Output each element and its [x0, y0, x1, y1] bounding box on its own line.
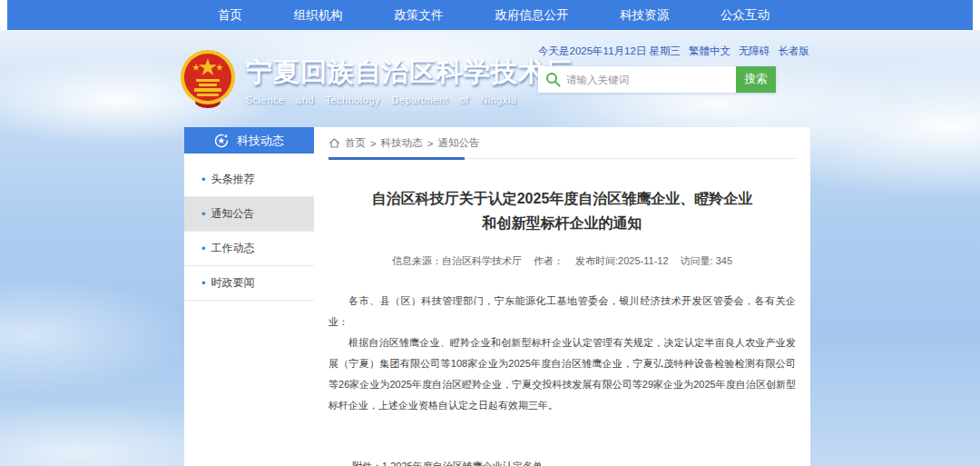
- bullet-dot-icon: •: [201, 208, 206, 220]
- attachment-link-1[interactable]: 1.2025年度自治区雏鹰企业认定名单: [382, 456, 573, 466]
- sidebar-item-current-politics[interactable]: • 时政要闻: [184, 266, 314, 301]
- meta-source: 信息来源：自治区科学技术厅: [392, 255, 522, 266]
- home-icon: [328, 137, 340, 149]
- sidebar-item-label: 通知公告: [211, 206, 255, 222]
- breadcrumb-separator: >: [370, 138, 377, 149]
- sidebar-item-notices[interactable]: • 通知公告: [184, 197, 314, 232]
- sidebar-item-label: 工作动态: [211, 241, 255, 256]
- nav-item-home[interactable]: 首页: [212, 7, 248, 24]
- article-title-line1: 自治区科技厅关于认定2025年度自治区雏鹰企业、瞪羚企业: [328, 186, 796, 211]
- top-nav: 首页 组织机构 政策文件 政府信息公开 科技资源 公众互动: [7, 0, 973, 30]
- link-traditional-chinese[interactable]: 繁體中文: [689, 45, 730, 58]
- current-date: 今天是2025年11月12日 星期三: [538, 45, 681, 58]
- meta-author: 作者：: [534, 255, 564, 266]
- breadcrumb-level2[interactable]: 通知公告: [437, 136, 479, 150]
- sidebar-item-work-dynamics[interactable]: • 工作动态: [184, 232, 314, 266]
- content-panel: 科技动态 • 头条推荐 • 通知公告 • 工作动态 • 时政要闻: [184, 127, 810, 466]
- site-header: 宁夏回族自治区科学技术厅 Science and Technology Depa…: [0, 30, 980, 127]
- attachments-label: 附件：: [352, 456, 382, 466]
- bullet-dot-icon: •: [201, 174, 206, 185]
- nav-item-organization[interactable]: 组织机构: [289, 7, 348, 24]
- nav-item-resources[interactable]: 科技资源: [614, 7, 674, 24]
- article-paragraph: 各市、县（区）科技管理部门，宁东能源化工基地管委会，银川经济技术开发区管委会，各…: [328, 291, 796, 332]
- sidebar-item-label: 时政要闻: [211, 275, 255, 291]
- main-content: 首页 > 科技动态 > 通知公告 自治区科技厅关于认定2025年度自治区雏鹰企业…: [314, 127, 810, 466]
- search-input[interactable]: [538, 66, 736, 93]
- site-subtitle: Science and Technology Department of Nin…: [246, 94, 573, 105]
- sidebar-list: • 头条推荐 • 通知公告 • 工作动态 • 时政要闻: [184, 163, 314, 301]
- nav-item-gov-info[interactable]: 政府信息公开: [489, 7, 573, 24]
- top-utility-bar: 今天是2025年11月12日 星期三 繁體中文 无障碍 长者版: [538, 45, 792, 58]
- sidebar-item-headlines[interactable]: • 头条推荐: [184, 163, 314, 197]
- search-bar: 搜索: [538, 66, 776, 93]
- article-paragraph: 根据自治区雏鹰企业、瞪羚企业和创新型标杆企业认定管理有关规定，决定认定半亩良人农…: [328, 332, 796, 416]
- national-emblem-logo: [179, 49, 237, 110]
- nav-item-interaction[interactable]: 公众互动: [715, 7, 775, 24]
- meta-visits: 访问量: 345: [681, 255, 732, 266]
- attachments-block: 附件： 1.2025年度自治区雏鹰企业认定名单 2.2025年度自治区瞪羚企业认…: [352, 456, 796, 466]
- sidebar-item-label: 头条推荐: [211, 172, 255, 187]
- search-button[interactable]: 搜索: [736, 66, 776, 93]
- site-title: 宁夏回族自治区科学技术厅: [246, 55, 573, 91]
- link-accessibility[interactable]: 无障碍: [739, 45, 770, 58]
- brand-text: 宁夏回族自治区科学技术厅 Science and Technology Depa…: [246, 55, 573, 105]
- article-meta: 信息来源：自治区科学技术厅 作者： 发布时间:2025-11-12 访问量: 3…: [328, 254, 796, 268]
- article-title: 自治区科技厅关于认定2025年度自治区雏鹰企业、瞪羚企业 和创新型标杆企业的通知: [328, 186, 796, 235]
- bullet-dot-icon: •: [201, 277, 206, 289]
- link-elder-version[interactable]: 长者版: [779, 45, 810, 58]
- breadcrumb-separator: >: [427, 138, 434, 149]
- article-title-line2: 和创新型标杆企业的通知: [328, 211, 796, 235]
- page: 首页 组织机构 政策文件 政府信息公开 科技资源 公众互动 宁夏回族自治区科学技…: [0, 0, 980, 466]
- breadcrumb-home[interactable]: 首页: [345, 136, 366, 150]
- site-brand[interactable]: 宁夏回族自治区科学技术厅 Science and Technology Depa…: [179, 49, 573, 110]
- sidebar: 科技动态 • 头条推荐 • 通知公告 • 工作动态 • 时政要闻: [184, 127, 314, 466]
- article-body: 各市、县（区）科技管理部门，宁东能源化工基地管委会，银川经济技术开发区管委会，各…: [328, 291, 796, 416]
- breadcrumb: 首页 > 科技动态 > 通知公告: [328, 136, 796, 159]
- attachments-list: 1.2025年度自治区雏鹰企业认定名单 2.2025年度自治区瞪羚企业认定名单 …: [382, 456, 573, 466]
- dynamics-star-icon: [214, 134, 229, 148]
- sidebar-title: 科技动态: [237, 133, 284, 149]
- header-right: 今天是2025年11月12日 星期三 繁體中文 无障碍 长者版 搜索: [538, 45, 792, 93]
- breadcrumb-level1[interactable]: 科技动态: [381, 136, 423, 150]
- nav-item-policy[interactable]: 政策文件: [389, 7, 449, 24]
- meta-publish-time: 发布时间:2025-11-12: [575, 255, 669, 266]
- bullet-dot-icon: •: [201, 243, 206, 254]
- sidebar-header: 科技动态: [184, 127, 314, 154]
